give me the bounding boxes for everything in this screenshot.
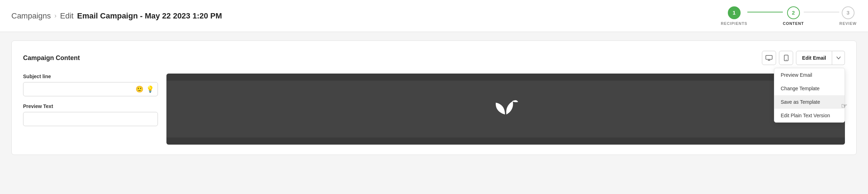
main-content: Campaign Content xyxy=(0,32,868,163)
step-1-circle: 1 xyxy=(728,6,741,19)
mobile-view-button[interactable] xyxy=(779,51,793,65)
step-1-label: RECIPIENTS xyxy=(721,21,747,26)
desktop-view-button[interactable] xyxy=(762,51,776,65)
step-2-circle: 2 xyxy=(787,6,800,19)
form-and-preview: Subject line 🙂 💡 Preview Text xyxy=(23,74,845,145)
dropdown-item-save-as-template[interactable]: Save as Template ☞ xyxy=(774,95,845,109)
card-header: Campaign Content xyxy=(23,51,845,65)
form-section: Subject line 🙂 💡 Preview Text xyxy=(23,74,158,145)
dropdown-item-preview-email[interactable]: Preview Email xyxy=(774,68,845,82)
breadcrumb-separator: › xyxy=(54,12,56,20)
subject-line-icons: 🙂 💡 xyxy=(136,85,154,93)
svg-rect-0 xyxy=(766,55,772,59)
subject-line-label: Subject line xyxy=(23,74,158,79)
brand-logo-icon xyxy=(491,95,520,123)
breadcrumb-edit: Edit xyxy=(60,11,73,21)
preview-text-input-wrapper xyxy=(23,112,158,126)
breadcrumb-campaigns[interactable]: Campaigns xyxy=(11,11,51,21)
edit-email-split-button: Edit Email Preview Email Change Template… xyxy=(796,51,845,65)
preview-text-input[interactable] xyxy=(27,116,154,122)
breadcrumb: Campaigns › Edit Email Campaign - May 22… xyxy=(11,11,222,21)
subject-line-input[interactable] xyxy=(27,86,136,92)
edit-email-button[interactable]: Edit Email xyxy=(796,51,832,65)
card-title: Campaign Content xyxy=(23,54,80,62)
toolbar-right: Edit Email Preview Email Change Template… xyxy=(762,51,845,65)
step-3[interactable]: 3 REVIEW xyxy=(839,6,857,26)
subject-line-input-wrapper: 🙂 💡 xyxy=(23,82,158,96)
step-2[interactable]: 2 CONTENT xyxy=(783,6,804,26)
campaign-content-card: Campaign Content xyxy=(11,41,857,155)
email-preview-section xyxy=(166,74,845,145)
lightbulb-icon[interactable]: 💡 xyxy=(146,85,154,93)
edit-email-dropdown-menu: Preview Email Change Template Save as Te… xyxy=(774,68,845,123)
step-2-label: CONTENT xyxy=(783,21,804,26)
step-connector-2-3 xyxy=(804,12,839,12)
step-1[interactable]: 1 RECIPIENTS xyxy=(721,6,747,26)
emoji-icon[interactable]: 🙂 xyxy=(136,85,143,93)
svg-point-4 xyxy=(786,60,786,60)
edit-email-dropdown-toggle[interactable] xyxy=(832,51,845,65)
top-bar: Campaigns › Edit Email Campaign - May 22… xyxy=(0,0,868,32)
breadcrumb-campaign-title: Email Campaign - May 22 2023 1:20 PM xyxy=(77,11,222,21)
step-3-circle: 3 xyxy=(842,6,855,19)
dropdown-item-edit-plain-text[interactable]: Edit Plain Text Version xyxy=(774,109,845,122)
dropdown-item-change-template[interactable]: Change Template xyxy=(774,82,845,95)
preview-text-label: Preview Text xyxy=(23,103,158,109)
stepper: 1 RECIPIENTS 2 CONTENT 3 REVIEW xyxy=(721,6,857,26)
step-connector-1-2 xyxy=(747,12,783,12)
step-3-label: REVIEW xyxy=(839,21,857,26)
email-preview-inner xyxy=(166,81,845,138)
